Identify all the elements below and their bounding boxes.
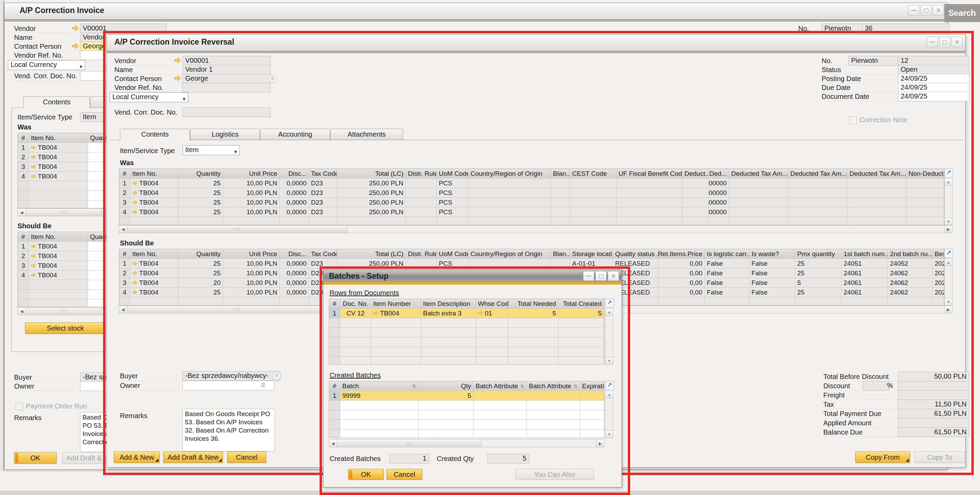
minimize-icon[interactable]: — (583, 271, 594, 281)
was-hscrollbar[interactable]: ◀ ∷∷ ▶ (119, 225, 953, 233)
tab-attachments[interactable]: Attachments (330, 129, 403, 140)
cancel-button[interactable]: Cancel (387, 469, 422, 480)
tab-contents[interactable]: Contents (120, 129, 190, 141)
ok-button[interactable]: OK (348, 469, 384, 480)
scroll-right-icon[interactable]: ▶ (596, 440, 604, 447)
payment-order-run-checkbox[interactable] (16, 403, 23, 410)
outer-was-table[interactable]: #Item No.Quantity1TB0042TB0043TB0044TB00… (18, 133, 110, 208)
scroll-up-icon[interactable]: ▲ (605, 309, 613, 316)
scroll-down-icon[interactable]: ▼ (945, 217, 952, 225)
expand-grid-icon[interactable]: ↗ (605, 381, 614, 390)
choose-from-list-icon[interactable]: ☰ (272, 372, 281, 380)
maximize-icon[interactable]: ▢ (595, 271, 606, 281)
dropdown-wedge-icon (218, 459, 222, 462)
created-hscrollbar[interactable]: ◀ ∷∷ ▶ (329, 439, 605, 447)
scroll-up-icon[interactable]: ▲ (945, 179, 952, 186)
was-vscrollbar[interactable]: ▲ ▼ (944, 178, 953, 225)
currency-select[interactable]: Local Currency▼ (110, 92, 188, 102)
copy-from-button[interactable]: Copy From (855, 451, 910, 463)
expand-grid-icon[interactable]: ↗ (944, 249, 953, 258)
scroll-left-icon[interactable]: ◀ (329, 440, 337, 447)
batches-titlebar[interactable]: Batches - Setup — ▢ ✕ (323, 270, 622, 282)
applied-amount-label: Applied Amount (823, 419, 896, 428)
contact-person-field[interactable]: George (183, 74, 270, 83)
scroll-thumb[interactable]: ∷∷ (337, 440, 482, 447)
scroll-thumb[interactable]: ∷∷ (26, 308, 102, 315)
scroll-thumb[interactable]: ∷∷ (26, 209, 102, 216)
scroll-down-icon[interactable]: ▼ (605, 430, 613, 438)
outer-tab-contents[interactable]: Contents (23, 97, 90, 108)
choose-from-list-icon[interactable]: ☰ (268, 75, 277, 83)
minimize-icon[interactable]: — (908, 5, 919, 16)
expand-grid-icon[interactable]: ↗ (944, 168, 953, 178)
vendor-ref-field[interactable] (183, 83, 270, 92)
buyer-combo[interactable]: -Bez sprzedawcy/nabywcy-▼ (183, 371, 280, 381)
created-vscrollbar[interactable]: ▲ ▼ (605, 391, 613, 438)
scroll-thumb[interactable]: ∷∷ (127, 306, 347, 313)
cancel-button[interactable]: Cancel (227, 451, 266, 463)
scroll-down-icon[interactable]: ▼ (945, 298, 952, 305)
search-tab[interactable]: Search (944, 4, 980, 22)
item-service-type-select[interactable]: Item▼ (183, 145, 240, 155)
doc-no-value[interactable]: 36 (862, 24, 950, 33)
select-stock-button[interactable]: Select stock (25, 322, 105, 334)
posting-date-field[interactable]: 24/09/25 (898, 74, 969, 83)
discount-value[interactable] (898, 381, 969, 391)
scroll-left-icon[interactable]: ◀ (119, 225, 127, 233)
scroll-left-icon[interactable]: ◀ (119, 306, 127, 313)
document-date-field[interactable]: 24/09/25 (898, 92, 969, 101)
name-field[interactable]: Vendor 1 (183, 65, 270, 75)
doc-no-value[interactable]: 12 (898, 56, 969, 65)
close-icon[interactable]: ✕ (933, 5, 944, 16)
link-arrow-icon[interactable] (72, 25, 79, 32)
vendor-field[interactable]: V00001 (183, 56, 270, 65)
link-arrow-icon[interactable] (174, 75, 181, 82)
maximize-icon[interactable]: ▢ (921, 5, 932, 16)
remarks-field[interactable]: Based On Goods Receipt PO 53. Based On A… (183, 409, 275, 451)
tab-logistics[interactable]: Logistics (190, 129, 260, 140)
due-date-field[interactable]: 24/09/25 (898, 83, 969, 92)
scroll-left-icon[interactable]: ◀ (18, 308, 26, 315)
list-icon[interactable]: ☰ (261, 382, 265, 388)
currency-select[interactable]: Local Currency▼ (8, 60, 85, 70)
rows-from-documents-table[interactable]: #Doc. No.Item NumberItem DescriptionWhse… (329, 299, 605, 365)
close-icon[interactable]: ✕ (951, 37, 963, 47)
rows-vscrollbar[interactable]: ▲ ▼ (605, 308, 613, 365)
you-can-also-button[interactable]: You Can Also (515, 469, 594, 480)
outer-should-hscrollbar[interactable]: ◀ ∷∷ (18, 307, 110, 315)
add-draft-new-button[interactable]: Add Draft & New (163, 451, 223, 463)
scroll-up-icon[interactable]: ▲ (945, 259, 952, 266)
add-new-button[interactable]: Add & New (114, 451, 160, 463)
outer-should-be-table[interactable]: #Item No.Quantity1TB0042TB0043TB0044TB00… (18, 232, 110, 307)
scroll-thumb[interactable]: ∷∷ (127, 225, 347, 233)
close-icon[interactable]: ✕ (608, 271, 619, 281)
link-arrow-icon[interactable] (72, 43, 79, 50)
was-table[interactable]: #Item No.QuantityUnit PriceDisc...Tax Co… (119, 168, 944, 225)
doc-no-series[interactable]: Pierwotn (822, 24, 865, 33)
item-service-type-label: Item/Service Type (18, 113, 76, 122)
outer-titlebar[interactable]: A/P Correction Invoice — ▢ ✕ (5, 3, 947, 18)
should-vscrollbar[interactable]: ▲ ▼ (944, 259, 953, 306)
expand-grid-icon[interactable]: ↗ (605, 299, 614, 308)
created-batches-table[interactable]: #Batch⇅QtyBatch Attribute 1⇅Batch Attrib… (329, 381, 605, 438)
scroll-right-icon[interactable]: ▶ (944, 225, 952, 233)
scroll-down-icon[interactable]: ▼ (605, 357, 613, 364)
scroll-right-icon[interactable]: ▶ (944, 306, 952, 313)
correction-note-checkbox[interactable] (849, 116, 857, 124)
outer-was-hscrollbar[interactable]: ◀ ∷∷ (18, 208, 110, 216)
due-date-label: Due Date (822, 83, 895, 92)
discount-percent-field[interactable] (863, 381, 889, 391)
tab-accounting[interactable]: Accounting (260, 129, 330, 140)
applied-amount-value[interactable] (898, 418, 969, 428)
link-arrow-icon[interactable] (174, 57, 181, 64)
ok-button[interactable]: OK (14, 452, 57, 464)
vendor-field[interactable]: V00001 (80, 24, 166, 33)
modal-titlebar[interactable]: A/P Correction Invoice Reversal — ▢ ✕ (107, 35, 965, 49)
vend-corr-doc-field[interactable] (183, 108, 270, 117)
minimize-icon[interactable]: — (927, 37, 938, 47)
freight-value[interactable] (898, 390, 969, 400)
maximize-icon[interactable]: ▢ (939, 37, 950, 47)
scroll-left-icon[interactable]: ◀ (18, 209, 26, 216)
scroll-up-icon[interactable]: ▲ (605, 391, 613, 398)
copy-to-button[interactable]: Copy To (914, 451, 965, 463)
